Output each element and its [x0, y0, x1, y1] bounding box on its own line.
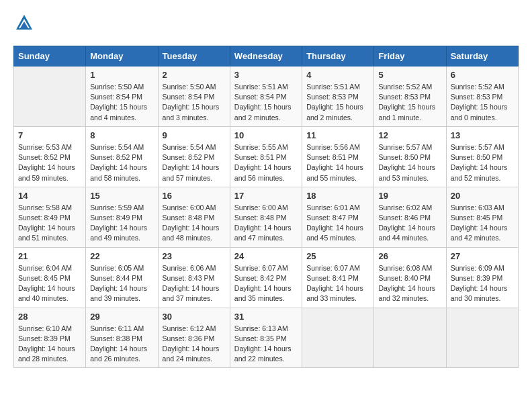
day-number: 30: [163, 312, 226, 322]
day-header-friday: Friday: [374, 46, 446, 66]
calendar-cell: 27Sunrise: 6:09 AMSunset: 8:39 PMDayligh…: [446, 247, 518, 308]
day-number: 23: [163, 251, 226, 261]
cell-content: Sunrise: 6:06 AMSunset: 8:43 PMDaylight:…: [163, 263, 226, 304]
day-header-sunday: Sunday: [14, 46, 86, 66]
day-header-saturday: Saturday: [446, 46, 518, 66]
cell-content: Sunrise: 6:04 AMSunset: 8:45 PMDaylight:…: [18, 263, 81, 304]
day-number: 5: [378, 70, 441, 80]
calendar-cell: 17Sunrise: 6:00 AMSunset: 8:48 PMDayligh…: [230, 187, 302, 247]
calendar-cell: 4Sunrise: 5:51 AMSunset: 8:53 PMDaylight…: [302, 66, 374, 127]
cell-content: Sunrise: 6:12 AMSunset: 8:36 PMDaylight:…: [163, 324, 226, 365]
calendar-cell: 29Sunrise: 6:11 AMSunset: 8:38 PMDayligh…: [86, 308, 158, 368]
calendar-cell: 1Sunrise: 5:50 AMSunset: 8:54 PMDaylight…: [86, 66, 158, 127]
calendar-week-row: 7Sunrise: 5:53 AMSunset: 8:52 PMDaylight…: [14, 126, 519, 187]
day-number: 10: [234, 130, 298, 140]
cell-content: Sunrise: 6:10 AMSunset: 8:39 PMDaylight:…: [18, 324, 81, 365]
cell-content: Sunrise: 5:55 AMSunset: 8:51 PMDaylight:…: [234, 142, 298, 183]
day-number: 28: [18, 312, 81, 322]
calendar-cell: 28Sunrise: 6:10 AMSunset: 8:39 PMDayligh…: [14, 308, 86, 368]
day-number: 15: [90, 191, 153, 201]
day-number: 7: [18, 130, 81, 140]
cell-content: Sunrise: 5:50 AMSunset: 8:54 PMDaylight:…: [90, 82, 153, 123]
cell-content: Sunrise: 6:08 AMSunset: 8:40 PMDaylight:…: [378, 263, 441, 304]
calendar-cell: 6Sunrise: 5:52 AMSunset: 8:53 PMDaylight…: [446, 66, 518, 127]
day-number: 26: [378, 251, 441, 261]
day-number: 27: [451, 251, 514, 261]
calendar-week-row: 21Sunrise: 6:04 AMSunset: 8:45 PMDayligh…: [14, 247, 519, 308]
day-number: 8: [90, 130, 153, 140]
cell-content: Sunrise: 5:54 AMSunset: 8:52 PMDaylight:…: [163, 142, 226, 183]
day-number: 2: [163, 70, 226, 80]
calendar-cell: 12Sunrise: 5:57 AMSunset: 8:50 PMDayligh…: [374, 126, 446, 187]
calendar-cell: 18Sunrise: 6:01 AMSunset: 8:47 PMDayligh…: [302, 187, 374, 247]
logo-icon: [15, 13, 34, 32]
calendar-cell: 3Sunrise: 5:51 AMSunset: 8:54 PMDaylight…: [230, 66, 302, 127]
day-number: 22: [90, 251, 153, 261]
day-number: 4: [306, 70, 369, 80]
day-number: 18: [306, 191, 369, 201]
cell-content: Sunrise: 6:00 AMSunset: 8:48 PMDaylight:…: [234, 203, 298, 244]
calendar-cell: 16Sunrise: 6:00 AMSunset: 8:48 PMDayligh…: [158, 187, 230, 247]
calendar-cell: [302, 308, 374, 368]
cell-content: Sunrise: 6:07 AMSunset: 8:42 PMDaylight:…: [234, 263, 298, 304]
cell-content: Sunrise: 5:54 AMSunset: 8:52 PMDaylight:…: [90, 142, 153, 183]
calendar-cell: 24Sunrise: 6:07 AMSunset: 8:42 PMDayligh…: [230, 247, 302, 308]
day-number: 17: [234, 191, 298, 201]
cell-content: Sunrise: 5:56 AMSunset: 8:51 PMDaylight:…: [306, 142, 369, 183]
calendar-cell: 22Sunrise: 6:05 AMSunset: 8:44 PMDayligh…: [86, 247, 158, 308]
day-number: 19: [378, 191, 441, 201]
day-number: 31: [234, 312, 298, 322]
day-number: 1: [90, 70, 153, 80]
calendar-week-row: 14Sunrise: 5:58 AMSunset: 8:49 PMDayligh…: [14, 187, 519, 247]
calendar-cell: [446, 308, 518, 368]
cell-content: Sunrise: 5:50 AMSunset: 8:54 PMDaylight:…: [163, 82, 226, 123]
cell-content: Sunrise: 6:02 AMSunset: 8:46 PMDaylight:…: [378, 203, 441, 244]
calendar-cell: 25Sunrise: 6:07 AMSunset: 8:41 PMDayligh…: [302, 247, 374, 308]
calendar-table: SundayMondayTuesdayWednesdayThursdayFrid…: [13, 46, 519, 368]
calendar-cell: 15Sunrise: 5:59 AMSunset: 8:49 PMDayligh…: [86, 187, 158, 247]
cell-content: Sunrise: 6:03 AMSunset: 8:45 PMDaylight:…: [451, 203, 514, 244]
cell-content: Sunrise: 6:07 AMSunset: 8:41 PMDaylight:…: [306, 263, 369, 304]
cell-content: Sunrise: 5:59 AMSunset: 8:49 PMDaylight:…: [90, 203, 153, 244]
day-number: 9: [163, 130, 226, 140]
day-number: 29: [90, 312, 153, 322]
cell-content: Sunrise: 5:57 AMSunset: 8:50 PMDaylight:…: [451, 142, 514, 183]
calendar-cell: 30Sunrise: 6:12 AMSunset: 8:36 PMDayligh…: [158, 308, 230, 368]
cell-content: Sunrise: 5:51 AMSunset: 8:53 PMDaylight:…: [306, 82, 369, 123]
day-header-thursday: Thursday: [302, 46, 374, 66]
cell-content: Sunrise: 5:58 AMSunset: 8:49 PMDaylight:…: [18, 203, 81, 244]
day-number: 25: [306, 251, 369, 261]
calendar-cell: 23Sunrise: 6:06 AMSunset: 8:43 PMDayligh…: [158, 247, 230, 308]
calendar-cell: 14Sunrise: 5:58 AMSunset: 8:49 PMDayligh…: [14, 187, 86, 247]
cell-content: Sunrise: 5:53 AMSunset: 8:52 PMDaylight:…: [18, 142, 81, 183]
calendar-cell: 26Sunrise: 6:08 AMSunset: 8:40 PMDayligh…: [374, 247, 446, 308]
day-header-tuesday: Tuesday: [158, 46, 230, 66]
day-number: 14: [18, 191, 81, 201]
cell-content: Sunrise: 5:52 AMSunset: 8:53 PMDaylight:…: [378, 82, 441, 123]
day-header-wednesday: Wednesday: [230, 46, 302, 66]
day-number: 12: [378, 130, 441, 140]
day-number: 6: [451, 70, 514, 80]
cell-content: Sunrise: 6:09 AMSunset: 8:39 PMDaylight:…: [451, 263, 514, 304]
day-number: 3: [234, 70, 298, 80]
calendar-cell: 9Sunrise: 5:54 AMSunset: 8:52 PMDaylight…: [158, 126, 230, 187]
calendar-cell: 8Sunrise: 5:54 AMSunset: 8:52 PMDaylight…: [86, 126, 158, 187]
day-number: 24: [234, 251, 298, 261]
cell-content: Sunrise: 5:51 AMSunset: 8:54 PMDaylight:…: [234, 82, 298, 123]
calendar-cell: 10Sunrise: 5:55 AMSunset: 8:51 PMDayligh…: [230, 126, 302, 187]
calendar-week-row: 28Sunrise: 6:10 AMSunset: 8:39 PMDayligh…: [14, 308, 519, 368]
day-header-monday: Monday: [86, 46, 158, 66]
calendar-cell: 21Sunrise: 6:04 AMSunset: 8:45 PMDayligh…: [14, 247, 86, 308]
header: [13, 13, 519, 35]
day-number: 21: [18, 251, 81, 261]
calendar-cell: 19Sunrise: 6:02 AMSunset: 8:46 PMDayligh…: [374, 187, 446, 247]
cell-content: Sunrise: 6:01 AMSunset: 8:47 PMDaylight:…: [306, 203, 369, 244]
cell-content: Sunrise: 6:05 AMSunset: 8:44 PMDaylight:…: [90, 263, 153, 304]
day-number: 20: [451, 191, 514, 201]
calendar-cell: [374, 308, 446, 368]
calendar-cell: 7Sunrise: 5:53 AMSunset: 8:52 PMDaylight…: [14, 126, 86, 187]
day-number: 11: [306, 130, 369, 140]
calendar-body: 1Sunrise: 5:50 AMSunset: 8:54 PMDaylight…: [14, 66, 519, 368]
calendar-header-row: SundayMondayTuesdayWednesdayThursdayFrid…: [14, 46, 519, 66]
logo-text: [13, 13, 34, 35]
